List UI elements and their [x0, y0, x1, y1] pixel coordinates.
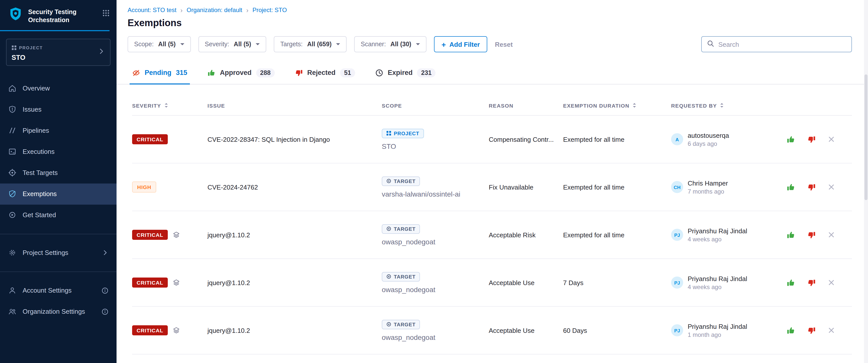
sidebar-item-get-started[interactable]: Get Started — [0, 204, 117, 225]
reason-text: Acceptable Risk — [489, 231, 535, 239]
filter-label: Scope: — [134, 41, 154, 48]
sidebar-item-account-settings[interactable]: Account Settings — [0, 280, 117, 301]
sidebar-item-label: Test Targets — [23, 169, 58, 176]
reject-button[interactable] — [807, 278, 816, 287]
sort-icon[interactable] — [164, 103, 167, 108]
sidebar-item-issues[interactable]: Issues — [0, 99, 117, 120]
search-box — [701, 36, 852, 52]
sidebar-item-exemptions[interactable]: Exemptions — [0, 183, 117, 204]
approve-button[interactable] — [786, 183, 795, 191]
approve-button[interactable] — [786, 230, 795, 239]
module-accent-underline — [0, 30, 110, 31]
sort-icon[interactable] — [633, 103, 636, 108]
scope-type-badge: TARGET — [382, 224, 420, 233]
breadcrumb-organization-link[interactable]: Organization: default — [187, 6, 242, 13]
info-icon[interactable] — [101, 287, 108, 294]
sidebar-item-project-settings[interactable]: Project Settings — [0, 242, 117, 263]
avatar: CH — [671, 181, 683, 193]
reason-text: Compensating Contr... — [489, 136, 554, 143]
duration-text: Exempted for all time — [563, 136, 624, 143]
reason-text: Fix Unavailable — [489, 183, 533, 191]
approve-button[interactable] — [786, 135, 795, 143]
module-switcher-grid-icon[interactable] — [102, 9, 110, 19]
reject-button[interactable] — [807, 135, 816, 143]
breadcrumb-account-link[interactable]: Account: STO test — [128, 6, 176, 13]
sidebar-item-organization-settings[interactable]: Organization Settings — [0, 301, 117, 322]
tab-label: Approved — [220, 69, 252, 77]
approve-button[interactable] — [786, 326, 795, 335]
cancel-button[interactable] — [828, 184, 835, 191]
reason-text: Acceptable Use — [489, 327, 534, 334]
project-icon — [11, 43, 17, 52]
requested-time: 7 months ago — [688, 188, 728, 195]
avatar: A — [671, 133, 683, 145]
layers-icon — [173, 327, 180, 334]
table-row[interactable]: CRITICAL jquery@1.10.2 TARGET owasp_node… — [132, 211, 852, 259]
cancel-button[interactable] — [828, 327, 835, 334]
tab-label: Expired — [388, 69, 413, 77]
scope-filter-dropdown[interactable]: Scope: All (5) — [128, 36, 191, 52]
project-icon — [386, 131, 391, 136]
reset-filters-button[interactable]: Reset — [495, 40, 513, 48]
sidebar-item-label: Account Settings — [23, 286, 71, 294]
search-input[interactable] — [718, 40, 846, 48]
scanner-filter-dropdown[interactable]: Scanner: All (30) — [354, 36, 426, 52]
target-icon — [386, 226, 391, 231]
column-header-scope: SCOPE — [382, 102, 489, 108]
sidebar-item-label: Project Settings — [23, 249, 68, 256]
project-selector[interactable]: PROJECT STO — [6, 38, 111, 65]
sidebar-header: Security Testing Orchestration — [0, 0, 117, 31]
table-row[interactable]: CRITICAL CVE-2022-28347: SQL Injection i… — [132, 116, 852, 163]
requested-time: 4 weeks ago — [688, 235, 747, 243]
sidebar-item-pipelines[interactable]: Pipelines — [0, 120, 117, 141]
targets-filter-dropdown[interactable]: Targets: All (659) — [274, 36, 347, 52]
executions-icon — [8, 147, 17, 156]
scrollbar-thumb[interactable] — [865, 75, 868, 200]
cancel-button[interactable] — [828, 231, 835, 238]
reject-button[interactable] — [807, 230, 816, 239]
app-title: Security Testing Orchestration — [28, 6, 86, 24]
sidebar-item-overview[interactable]: Overview — [0, 78, 117, 99]
requested-time: 4 weeks ago — [688, 283, 747, 290]
breadcrumb-separator: › — [246, 7, 249, 13]
tab-expired[interactable]: Expired 231 — [375, 61, 436, 84]
person-icon — [8, 286, 17, 295]
reject-button[interactable] — [807, 326, 816, 335]
column-header-exemption-duration[interactable]: EXEMPTION DURATION — [563, 102, 671, 108]
requested-by-name: Priyanshu Raj Jindal — [688, 275, 747, 282]
requested-by-name: autostouserqa — [688, 132, 729, 139]
cancel-button[interactable] — [828, 279, 835, 286]
close-icon — [828, 327, 835, 334]
sidebar-item-label: Overview — [23, 84, 50, 92]
table-row[interactable]: CRITICAL jquery@1.10.2 TARGET owasp_node… — [132, 259, 852, 307]
scope-name: owasp_nodegoat — [382, 333, 435, 341]
filter-value: All (5) — [158, 41, 176, 48]
severity-filter-dropdown[interactable]: Severity: All (5) — [198, 36, 266, 52]
column-header-requested-by[interactable]: REQUESTED BY — [671, 102, 785, 108]
layers-icon — [173, 231, 180, 238]
sidebar-item-test-targets[interactable]: Test Targets — [0, 162, 117, 183]
thumbs-up-icon — [786, 183, 795, 191]
sidebar-item-label: Issues — [23, 106, 41, 113]
scope-type-badge: TARGET — [382, 319, 420, 329]
approve-button[interactable] — [786, 278, 795, 287]
table-row[interactable]: CRITICAL jquery@1.10.2 TARGET owasp_node… — [132, 307, 852, 355]
tab-pending[interactable]: Pending 315 — [132, 61, 187, 84]
sidebar-item-label: Pipelines — [23, 127, 49, 134]
add-filter-label: Add Filter — [449, 40, 480, 48]
people-icon — [8, 307, 17, 316]
tab-rejected[interactable]: Rejected 51 — [294, 61, 355, 84]
cancel-button[interactable] — [828, 136, 835, 143]
requested-time: 1 month ago — [688, 331, 747, 338]
info-icon[interactable] — [101, 308, 108, 315]
sidebar-item-executions[interactable]: Executions — [0, 141, 117, 162]
breadcrumb-project-link[interactable]: Project: STO — [252, 6, 287, 13]
add-filter-button[interactable]: + Add Filter — [434, 36, 488, 52]
table-row[interactable]: HIGH CVE-2024-24762 TARGET varsha-lalwan… — [132, 163, 852, 211]
filter-label: Scanner: — [361, 41, 386, 48]
reject-button[interactable] — [807, 183, 816, 191]
column-header-severity[interactable]: SEVERITY — [132, 102, 208, 108]
sort-icon[interactable] — [720, 103, 723, 108]
target-icon — [386, 178, 391, 184]
tab-approved[interactable]: Approved 288 — [208, 61, 275, 84]
